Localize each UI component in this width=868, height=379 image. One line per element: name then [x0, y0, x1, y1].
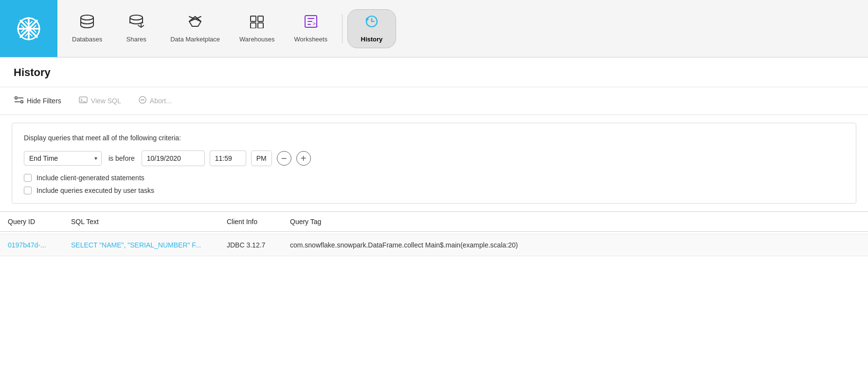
filter-date-input[interactable] [142, 151, 205, 166]
hide-filters-label: Hide Filters [27, 97, 61, 105]
warehouses-icon [249, 15, 265, 32]
table-row: 0197b47d-... SELECT "NAME", "SERIAL_NUMB… [0, 234, 868, 256]
svg-point-13 [81, 15, 93, 20]
filter-panel: Display queries that meet all of the fol… [12, 123, 856, 204]
snowflake-logo [16, 16, 42, 42]
checkbox-label-1: Include client-generated statements [36, 174, 145, 182]
filter-description: Display queries that meet all of the fol… [24, 134, 844, 142]
checkbox-label-2: Include queries executed by user tasks [36, 187, 154, 194]
col-header-query-id: Query ID [0, 212, 63, 232]
sql-text-link[interactable]: SELECT "NAME", "SERIAL_NUMBER" F... [71, 241, 201, 249]
filter-field-selector[interactable]: End Time ▾ [24, 151, 102, 166]
table-header-row: Query ID SQL Text Client Info Query Tag [0, 212, 868, 232]
results-table: Query ID SQL Text Client Info Query Tag … [0, 211, 868, 256]
nav-label-databases: Databases [72, 36, 102, 43]
nav-label-worksheets: Worksheets [294, 36, 327, 43]
nav-item-warehouses[interactable]: Warehouses [230, 10, 285, 48]
col-header-client-info: Client Info [219, 212, 282, 232]
svg-point-24 [21, 101, 23, 103]
filter-ampm-container: PM [251, 151, 272, 166]
databases-icon [79, 15, 95, 32]
page-title-bar: History [0, 57, 868, 87]
nav-item-shares[interactable]: Shares [112, 10, 161, 48]
filter-time-input[interactable] [210, 151, 246, 166]
checkbox-client-statements[interactable] [24, 174, 32, 182]
svg-rect-18 [258, 23, 263, 28]
svg-rect-15 [251, 16, 256, 21]
filter-ampm-value[interactable]: PM [251, 151, 272, 166]
view-sql-button[interactable]: View SQL [76, 95, 124, 107]
main-content: History Hide Filters [0, 57, 868, 379]
nav-label-warehouses: Warehouses [239, 36, 275, 43]
nav-item-history[interactable]: History [347, 9, 396, 48]
nav-item-worksheets[interactable]: >_ Worksheets [285, 10, 337, 48]
table-header: Query ID SQL Text Client Info Query Tag [0, 212, 868, 232]
filter-remove-button[interactable]: − [277, 151, 291, 166]
toolbar: Hide Filters View SQL Abort... [0, 87, 868, 115]
nav-item-databases[interactable]: Databases [62, 10, 112, 48]
svg-point-22 [15, 97, 18, 99]
col-header-sql-text: SQL Text [63, 212, 219, 232]
page-title: History [14, 66, 854, 79]
shares-icon [128, 15, 144, 32]
svg-rect-17 [251, 23, 256, 28]
abort-button[interactable]: Abort... [136, 94, 175, 108]
history-icon [364, 15, 380, 32]
abort-label: Abort... [150, 97, 172, 105]
query-id-link[interactable]: 0197b47d-... [8, 241, 46, 249]
cell-query-id: 0197b47d-... [0, 234, 63, 256]
hide-filters-button[interactable]: Hide Filters [12, 95, 64, 107]
svg-rect-16 [258, 16, 263, 21]
view-sql-icon [79, 96, 88, 105]
cell-query-tag: com.snowflake.snowpark.DataFrame.collect… [282, 234, 868, 256]
svg-point-14 [130, 15, 143, 20]
nav-item-data-marketplace[interactable]: Data Marketplace [161, 10, 230, 48]
nav-label-shares: Shares [127, 36, 146, 43]
table-body: 0197b47d-... SELECT "NAME", "SERIAL_NUMB… [0, 232, 868, 256]
top-navigation: Databases Shares [0, 0, 868, 57]
svg-text:>_: >_ [313, 21, 319, 27]
cell-sql-text: SELECT "NAME", "SERIAL_NUMBER" F... [63, 234, 219, 256]
worksheets-icon: >_ [303, 15, 319, 32]
checkbox-row-1: Include client-generated statements [24, 174, 844, 182]
nav-divider [342, 14, 343, 43]
col-header-query-tag: Query Tag [282, 212, 868, 232]
abort-icon [139, 96, 146, 106]
checkbox-row-2: Include queries executed by user tasks [24, 187, 844, 194]
nav-label-history: History [361, 36, 383, 43]
hide-filters-icon [15, 96, 23, 105]
filter-row: End Time ▾ is before PM − + [24, 151, 844, 166]
nav-items: Databases Shares [57, 0, 401, 57]
view-sql-label: View SQL [91, 97, 121, 105]
checkboxes-container: Include client-generated statements Incl… [24, 174, 844, 194]
filter-field-label: End Time [29, 154, 90, 162]
checkbox-user-tasks[interactable] [24, 187, 32, 194]
nav-label-data-marketplace: Data Marketplace [170, 36, 220, 43]
filter-add-button[interactable]: + [296, 151, 311, 166]
filter-field-arrow-icon: ▾ [94, 155, 97, 162]
logo-area [0, 0, 57, 57]
data-marketplace-icon [187, 15, 203, 32]
cell-client-info: JDBC 3.12.7 [219, 234, 282, 256]
filter-operator: is before [107, 154, 137, 162]
